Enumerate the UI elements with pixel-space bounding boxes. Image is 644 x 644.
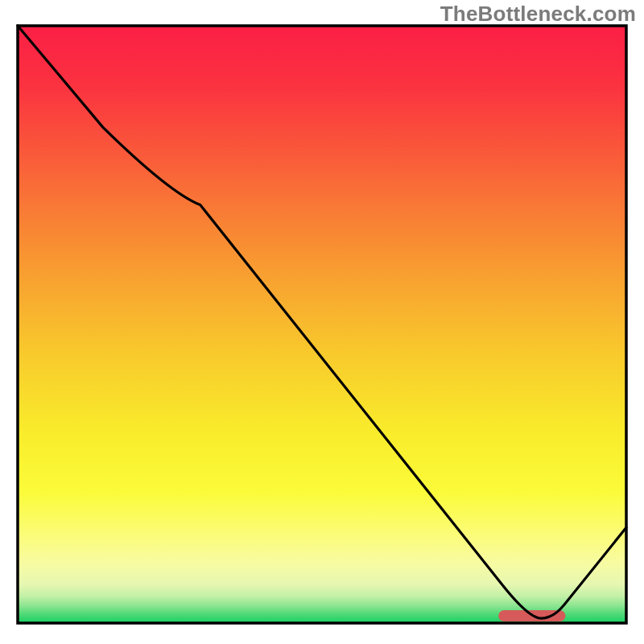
chart-canvas bbox=[0, 0, 644, 644]
watermark-text: TheBottleneck.com bbox=[440, 2, 636, 27]
chart-root: TheBottleneck.com bbox=[0, 0, 644, 644]
plot-background bbox=[18, 26, 626, 623]
